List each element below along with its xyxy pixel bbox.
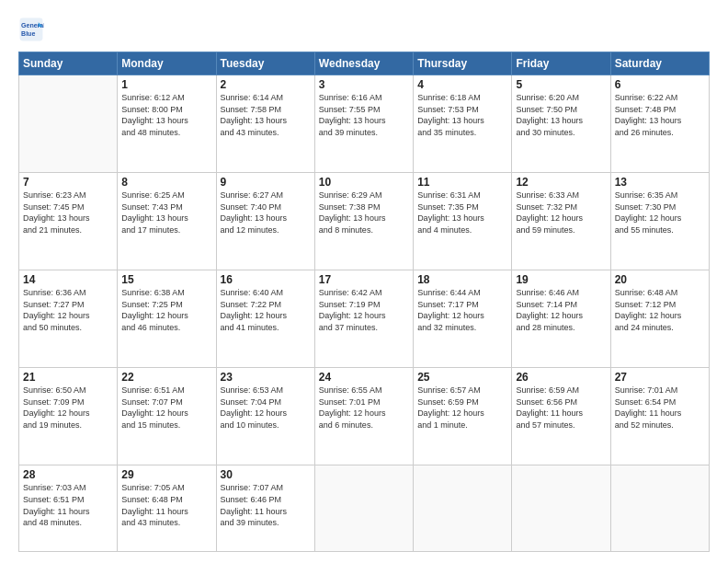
day-number: 11 <box>417 176 507 189</box>
day-info: Sunrise: 6:29 AM Sunset: 7:38 PM Dayligh… <box>319 190 409 236</box>
calendar-header-row: SundayMondayTuesdayWednesdayThursdayFrid… <box>19 52 710 75</box>
weekday-header: Sunday <box>19 52 118 75</box>
calendar-week-row: 21Sunrise: 6:50 AM Sunset: 7:09 PM Dayli… <box>19 368 710 465</box>
calendar-day-cell: 6Sunrise: 6:22 AM Sunset: 7:48 PM Daylig… <box>610 75 709 173</box>
day-info: Sunrise: 6:22 AM Sunset: 7:48 PM Dayligh… <box>615 92 705 138</box>
day-number: 4 <box>417 78 507 91</box>
calendar-day-cell <box>610 465 709 552</box>
day-info: Sunrise: 6:44 AM Sunset: 7:17 PM Dayligh… <box>417 287 507 333</box>
day-number: 22 <box>121 371 211 384</box>
calendar-day-cell: 7Sunrise: 6:23 AM Sunset: 7:45 PM Daylig… <box>19 173 118 270</box>
calendar-day-cell: 8Sunrise: 6:25 AM Sunset: 7:43 PM Daylig… <box>118 173 216 270</box>
calendar-day-cell <box>512 465 610 552</box>
day-info: Sunrise: 6:16 AM Sunset: 7:55 PM Dayligh… <box>319 92 409 138</box>
day-number: 20 <box>615 273 705 286</box>
calendar-day-cell: 12Sunrise: 6:33 AM Sunset: 7:32 PM Dayli… <box>512 173 610 270</box>
calendar-day-cell: 5Sunrise: 6:20 AM Sunset: 7:50 PM Daylig… <box>512 75 610 173</box>
calendar-day-cell: 9Sunrise: 6:27 AM Sunset: 7:40 PM Daylig… <box>216 173 314 270</box>
calendar-week-row: 1Sunrise: 6:12 AM Sunset: 8:00 PM Daylig… <box>19 75 710 173</box>
calendar-day-cell: 24Sunrise: 6:55 AM Sunset: 7:01 PM Dayli… <box>314 368 413 465</box>
calendar-day-cell: 10Sunrise: 6:29 AM Sunset: 7:38 PM Dayli… <box>314 173 413 270</box>
day-info: Sunrise: 7:03 AM Sunset: 6:51 PM Dayligh… <box>23 482 113 528</box>
day-info: Sunrise: 6:18 AM Sunset: 7:53 PM Dayligh… <box>417 92 507 138</box>
calendar-day-cell <box>314 465 413 552</box>
day-info: Sunrise: 6:57 AM Sunset: 6:59 PM Dayligh… <box>417 385 507 431</box>
calendar-week-row: 28Sunrise: 7:03 AM Sunset: 6:51 PM Dayli… <box>19 465 710 552</box>
day-info: Sunrise: 6:25 AM Sunset: 7:43 PM Dayligh… <box>121 190 211 236</box>
calendar-day-cell: 16Sunrise: 6:40 AM Sunset: 7:22 PM Dayli… <box>216 270 314 368</box>
weekday-header: Saturday <box>610 52 709 75</box>
logo: General Blue <box>18 17 48 42</box>
svg-text:Blue: Blue <box>21 30 35 37</box>
calendar-day-cell: 27Sunrise: 7:01 AM Sunset: 6:54 PM Dayli… <box>610 368 709 465</box>
calendar-day-cell: 17Sunrise: 6:42 AM Sunset: 7:19 PM Dayli… <box>314 270 413 368</box>
calendar-day-cell: 19Sunrise: 6:46 AM Sunset: 7:14 PM Dayli… <box>512 270 610 368</box>
day-number: 29 <box>121 468 211 481</box>
calendar-week-row: 14Sunrise: 6:36 AM Sunset: 7:27 PM Dayli… <box>19 270 710 368</box>
day-info: Sunrise: 6:51 AM Sunset: 7:07 PM Dayligh… <box>121 385 211 431</box>
day-number: 6 <box>615 78 705 91</box>
day-number: 2 <box>221 78 311 91</box>
day-info: Sunrise: 6:27 AM Sunset: 7:40 PM Dayligh… <box>221 190 311 236</box>
day-info: Sunrise: 6:53 AM Sunset: 7:04 PM Dayligh… <box>221 385 311 431</box>
day-number: 19 <box>516 273 606 286</box>
calendar-day-cell: 2Sunrise: 6:14 AM Sunset: 7:58 PM Daylig… <box>216 75 314 173</box>
day-info: Sunrise: 6:20 AM Sunset: 7:50 PM Dayligh… <box>516 92 606 138</box>
day-info: Sunrise: 6:46 AM Sunset: 7:14 PM Dayligh… <box>516 287 606 333</box>
weekday-header: Monday <box>118 52 216 75</box>
calendar-day-cell: 3Sunrise: 6:16 AM Sunset: 7:55 PM Daylig… <box>314 75 413 173</box>
day-info: Sunrise: 6:59 AM Sunset: 6:56 PM Dayligh… <box>516 385 606 431</box>
day-number: 26 <box>516 371 606 384</box>
day-number: 5 <box>516 78 606 91</box>
day-number: 27 <box>615 371 705 384</box>
day-info: Sunrise: 6:40 AM Sunset: 7:22 PM Dayligh… <box>221 287 311 333</box>
day-info: Sunrise: 6:48 AM Sunset: 7:12 PM Dayligh… <box>615 287 705 333</box>
page: General Blue SundayMondayTuesdayWednesda… <box>0 0 728 563</box>
calendar-day-cell: 28Sunrise: 7:03 AM Sunset: 6:51 PM Dayli… <box>19 465 118 552</box>
day-info: Sunrise: 6:36 AM Sunset: 7:27 PM Dayligh… <box>23 287 113 333</box>
day-number: 12 <box>516 176 606 189</box>
calendar-day-cell: 29Sunrise: 7:05 AM Sunset: 6:48 PM Dayli… <box>118 465 216 552</box>
day-info: Sunrise: 6:35 AM Sunset: 7:30 PM Dayligh… <box>615 190 705 236</box>
calendar-day-cell: 14Sunrise: 6:36 AM Sunset: 7:27 PM Dayli… <box>19 270 118 368</box>
day-number: 1 <box>121 78 211 91</box>
svg-rect-0 <box>20 18 43 41</box>
day-number: 9 <box>221 176 311 189</box>
calendar-day-cell: 18Sunrise: 6:44 AM Sunset: 7:17 PM Dayli… <box>414 270 512 368</box>
weekday-header: Thursday <box>414 52 512 75</box>
weekday-header: Tuesday <box>216 52 314 75</box>
calendar-day-cell: 21Sunrise: 6:50 AM Sunset: 7:09 PM Dayli… <box>19 368 118 465</box>
day-info: Sunrise: 6:55 AM Sunset: 7:01 PM Dayligh… <box>319 385 409 431</box>
day-info: Sunrise: 6:50 AM Sunset: 7:09 PM Dayligh… <box>23 385 113 431</box>
day-info: Sunrise: 7:07 AM Sunset: 6:46 PM Dayligh… <box>221 482 311 528</box>
calendar-day-cell: 25Sunrise: 6:57 AM Sunset: 6:59 PM Dayli… <box>414 368 512 465</box>
calendar-day-cell: 1Sunrise: 6:12 AM Sunset: 8:00 PM Daylig… <box>118 75 216 173</box>
weekday-header: Wednesday <box>314 52 413 75</box>
day-number: 24 <box>319 371 409 384</box>
day-number: 10 <box>319 176 409 189</box>
day-number: 3 <box>319 78 409 91</box>
day-number: 18 <box>417 273 507 286</box>
weekday-header: Friday <box>512 52 610 75</box>
header: General Blue <box>18 17 710 42</box>
calendar-week-row: 7Sunrise: 6:23 AM Sunset: 7:45 PM Daylig… <box>19 173 710 270</box>
day-number: 8 <box>121 176 211 189</box>
day-info: Sunrise: 7:05 AM Sunset: 6:48 PM Dayligh… <box>121 482 211 528</box>
day-info: Sunrise: 6:14 AM Sunset: 7:58 PM Dayligh… <box>221 92 311 138</box>
calendar-day-cell: 4Sunrise: 6:18 AM Sunset: 7:53 PM Daylig… <box>414 75 512 173</box>
day-info: Sunrise: 6:42 AM Sunset: 7:19 PM Dayligh… <box>319 287 409 333</box>
day-info: Sunrise: 6:12 AM Sunset: 8:00 PM Dayligh… <box>121 92 211 138</box>
calendar-day-cell <box>19 75 118 173</box>
day-number: 25 <box>417 371 507 384</box>
calendar-day-cell: 26Sunrise: 6:59 AM Sunset: 6:56 PM Dayli… <box>512 368 610 465</box>
day-info: Sunrise: 6:23 AM Sunset: 7:45 PM Dayligh… <box>23 190 113 236</box>
day-number: 16 <box>221 273 311 286</box>
day-number: 30 <box>221 468 311 481</box>
day-info: Sunrise: 6:33 AM Sunset: 7:32 PM Dayligh… <box>516 190 606 236</box>
day-number: 14 <box>23 273 113 286</box>
day-info: Sunrise: 6:38 AM Sunset: 7:25 PM Dayligh… <box>121 287 211 333</box>
day-info: Sunrise: 6:31 AM Sunset: 7:35 PM Dayligh… <box>417 190 507 236</box>
day-number: 7 <box>23 176 113 189</box>
calendar-day-cell: 15Sunrise: 6:38 AM Sunset: 7:25 PM Dayli… <box>118 270 216 368</box>
day-number: 23 <box>221 371 311 384</box>
